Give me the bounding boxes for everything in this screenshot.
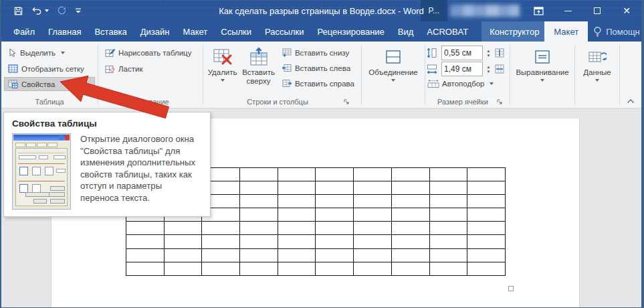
table-cell[interactable] <box>240 168 278 181</box>
maximize-button[interactable] <box>582 0 612 21</box>
row-height-spinner[interactable]: ▲▼ <box>484 49 493 58</box>
table-cell[interactable] <box>354 208 392 222</box>
table-cell[interactable] <box>467 168 506 181</box>
table-cell[interactable] <box>278 195 316 208</box>
table-cell[interactable] <box>278 262 316 275</box>
table-cell[interactable] <box>467 222 506 235</box>
table-cell[interactable] <box>429 181 467 195</box>
tab-layout[interactable]: Макет <box>176 21 214 42</box>
table-cell[interactable] <box>278 168 316 181</box>
table-cell[interactable] <box>278 222 316 235</box>
table-cell[interactable] <box>164 262 202 275</box>
eraser-button[interactable]: Ластик <box>101 62 200 76</box>
table-cell[interactable] <box>391 262 429 275</box>
table-cell[interactable] <box>391 248 429 262</box>
table-cell[interactable] <box>429 195 467 208</box>
table-resize-handle[interactable] <box>508 286 514 291</box>
table-cell[interactable] <box>391 168 429 181</box>
table-cell[interactable] <box>429 262 467 275</box>
table-cell[interactable] <box>202 222 240 235</box>
insert-left-button[interactable]: Вставить слева <box>278 61 358 75</box>
insert-below-button[interactable]: Вставить снизу <box>278 46 358 60</box>
dialog-launcher-icon[interactable] <box>496 98 503 105</box>
table-cell[interactable] <box>429 222 467 235</box>
table-cell[interactable] <box>354 195 392 208</box>
table-cell[interactable] <box>354 222 392 235</box>
tab-design[interactable]: Дизайн <box>134 21 177 42</box>
table-cell[interactable] <box>354 181 392 195</box>
table-cell[interactable] <box>316 248 354 262</box>
table-cell[interactable] <box>164 248 202 262</box>
ribbon-display-options-button[interactable] <box>524 0 553 21</box>
merge-button[interactable]: Объединение <box>365 44 421 83</box>
table-cell[interactable] <box>240 262 278 275</box>
distribute-rows-icon[interactable] <box>494 48 505 58</box>
table-cell[interactable] <box>467 181 506 195</box>
table-cell[interactable] <box>429 168 467 181</box>
table-cell[interactable] <box>391 222 429 235</box>
table-cell[interactable] <box>467 262 506 275</box>
table-cell[interactable] <box>467 248 506 262</box>
table-cell[interactable] <box>278 235 316 248</box>
table-cell[interactable] <box>240 181 278 195</box>
table-cell[interactable] <box>354 248 392 262</box>
tab-review[interactable]: Рецензирование <box>310 21 391 42</box>
table-cell[interactable] <box>164 222 202 235</box>
table-cell[interactable] <box>316 222 354 235</box>
tab-table-design[interactable]: Конструктор <box>483 21 546 42</box>
table-cell[interactable] <box>126 248 165 262</box>
alignment-button[interactable]: Выравнивание <box>514 44 570 83</box>
table-cell[interactable] <box>202 262 240 275</box>
table-cell[interactable] <box>354 262 392 275</box>
insert-above-button[interactable]: Вставить сверху <box>241 44 276 86</box>
table-cell[interactable] <box>316 181 354 195</box>
column-width-field[interactable] <box>441 62 483 76</box>
table-cell[interactable] <box>467 208 506 222</box>
close-button[interactable]: ✕ <box>612 0 641 21</box>
view-gridlines-button[interactable]: Отобразить сетку <box>4 62 95 76</box>
delete-button[interactable]: Удалить <box>205 44 239 83</box>
table-cell[interactable] <box>240 195 278 208</box>
table-cell[interactable] <box>202 248 240 262</box>
tab-view[interactable]: Вид <box>391 21 421 42</box>
tab-insert[interactable]: Вставка <box>88 21 133 42</box>
table-cell[interactable] <box>467 235 506 248</box>
table-cell[interactable] <box>278 208 316 222</box>
table-properties-button[interactable]: Свойства <box>4 77 95 91</box>
collapse-ribbon-button[interactable] <box>627 98 635 104</box>
table-cell[interactable] <box>316 208 354 222</box>
table-cell[interactable] <box>391 195 429 208</box>
redo-button[interactable] <box>54 4 70 17</box>
tell-me-tab[interactable]: Помощн <box>588 26 644 37</box>
table-cell[interactable] <box>354 235 392 248</box>
table-cell[interactable] <box>126 222 165 235</box>
tab-home[interactable]: Главная <box>41 21 88 42</box>
table-cell[interactable] <box>278 181 316 195</box>
table-cell[interactable] <box>354 168 392 181</box>
dialog-launcher-icon[interactable] <box>343 98 350 105</box>
minimize-button[interactable] <box>553 0 582 21</box>
table-cell[interactable] <box>316 195 354 208</box>
table-cell[interactable] <box>316 168 354 181</box>
autofit-button[interactable]: Автоподбор <box>427 77 494 88</box>
customize-qat-button[interactable] <box>72 5 84 16</box>
table-cell[interactable] <box>126 262 165 275</box>
table-cell[interactable] <box>316 235 354 248</box>
tab-references[interactable]: Ссылки <box>214 21 258 42</box>
table-cell[interactable] <box>391 181 429 195</box>
table-cell[interactable] <box>278 248 316 262</box>
table-cell[interactable] <box>202 235 240 248</box>
tab-file[interactable]: Файл <box>7 21 41 42</box>
data-button[interactable]: Данные <box>578 44 617 83</box>
save-button[interactable] <box>11 4 26 18</box>
table-cell[interactable] <box>316 262 354 275</box>
table-cell[interactable] <box>164 235 202 248</box>
table-cell[interactable] <box>391 235 429 248</box>
table-cell[interactable] <box>240 208 278 222</box>
table-cell[interactable] <box>429 248 467 262</box>
undo-button[interactable] <box>29 4 51 17</box>
select-button[interactable]: Выделить <box>4 46 95 60</box>
table-cell[interactable] <box>240 235 278 248</box>
table-cell[interactable] <box>429 208 467 222</box>
table-cell[interactable] <box>467 195 506 208</box>
